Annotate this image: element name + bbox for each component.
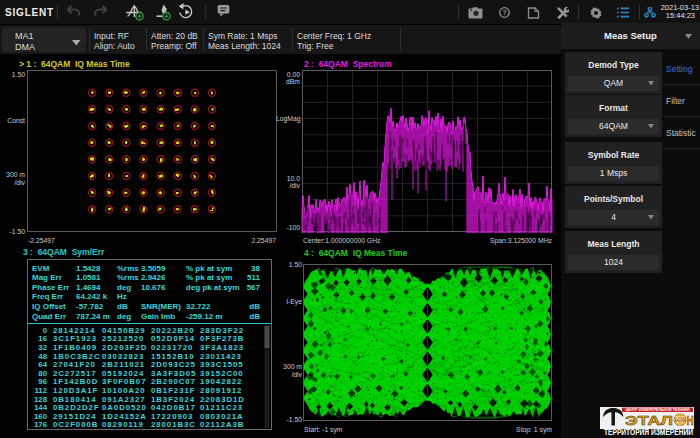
svg-text:Н: Н bbox=[687, 413, 694, 428]
svg-text:ПРИБОР: ПРИБОР bbox=[674, 418, 685, 422]
svg-text:ЦЕНТР ИЗМЕРИТЕЛЬНОЙ ТЕХНИКИ: ЦЕНТР ИЗМЕРИТЕЛЬНОЙ ТЕХНИКИ bbox=[625, 408, 689, 412]
svg-text:ТЕРРИТОРИЯ ИЗМЕРЕНИЙ: ТЕРРИТОРИЯ ИЗМЕРЕНИЙ bbox=[604, 426, 693, 437]
svg-text:ЭТАЛ: ЭТАЛ bbox=[625, 413, 673, 428]
